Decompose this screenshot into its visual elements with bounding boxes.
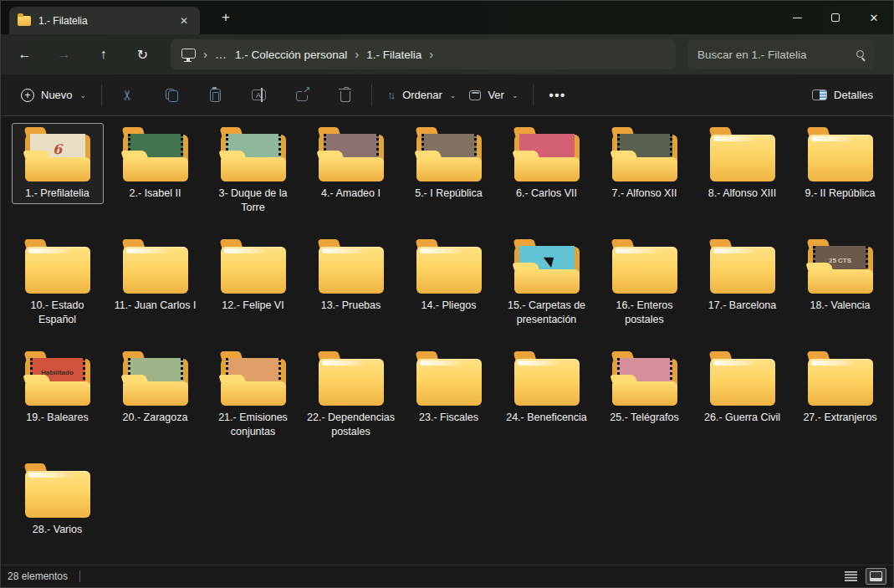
share-button[interactable] <box>291 84 313 106</box>
folder-item[interactable]: 25.- Telégrafos <box>599 347 691 428</box>
copy-button[interactable] <box>161 84 182 106</box>
minimize-button[interactable] <box>778 1 816 34</box>
command-toolbar: + Nuevo ⌄ ✂ A ↑↓ Ordenar ⌄ Ver ⌄ ••• <box>1 74 893 116</box>
search-box[interactable] <box>687 39 875 69</box>
folder-item[interactable]: 6.- Carlos VII <box>501 123 593 204</box>
breadcrumb[interactable]: › … 1.- Colección personal › 1.- Filatel… <box>171 39 676 69</box>
search-input[interactable] <box>697 49 856 61</box>
folder-item[interactable]: 9.- II República <box>794 123 886 204</box>
folder-item[interactable]: 6 1.- Prefilatelia <box>12 123 104 204</box>
breadcrumb-segment-filatelia[interactable]: 1.- Filatelia <box>366 49 421 61</box>
folder-item[interactable]: 25 CTS 18.- Valencia <box>794 235 886 316</box>
details-view-toggle[interactable] <box>840 568 861 585</box>
folder-item[interactable]: 24.- Beneficencia <box>501 347 593 428</box>
folder-label: 9.- II República <box>805 187 875 201</box>
folder-label: 19.- Baleares <box>26 411 88 425</box>
folder-item[interactable]: 4.- Amadeo I <box>305 123 397 204</box>
rename-icon: A <box>252 89 266 100</box>
folder-item[interactable]: 2.- Isabel II <box>110 123 202 204</box>
delete-button[interactable] <box>335 84 356 106</box>
breadcrumb-overflow-button[interactable]: … <box>215 48 227 61</box>
folder-label: 18.- Valencia <box>810 299 870 313</box>
new-tab-button[interactable]: + <box>217 9 235 26</box>
folder-item[interactable]: ◥ 15.- Carpetas de presentación <box>501 235 593 330</box>
this-pc-icon[interactable] <box>181 49 196 59</box>
folder-label: 13.- Pruebas <box>321 299 381 313</box>
folder-item[interactable]: Habilitado 19.- Baleares <box>12 347 104 428</box>
folder-label: 10.- Estado Español <box>13 299 102 326</box>
folder-item[interactable]: 20.- Zaragoza <box>110 347 202 428</box>
maximize-button[interactable] <box>816 1 855 34</box>
folder-item[interactable]: 23.- Fiscales <box>403 347 495 428</box>
up-button[interactable]: ↑ <box>89 41 117 69</box>
folder-icon <box>122 127 189 182</box>
items-count: 28 elementos <box>8 570 68 582</box>
tab-close-icon[interactable]: ✕ <box>176 13 192 28</box>
thumbnail-view-toggle[interactable] <box>866 568 886 585</box>
folder-icon <box>611 127 678 182</box>
share-icon <box>296 91 308 101</box>
folder-label: 4.- Amadeo I <box>321 187 381 201</box>
folder-icon <box>416 239 483 294</box>
rename-button[interactable]: A <box>248 84 269 106</box>
folder-item[interactable]: 28.- Varios <box>12 459 104 540</box>
folder-item[interactable]: 26.- Guerra Civil <box>697 347 789 428</box>
folder-icon <box>709 351 776 406</box>
paste-button[interactable] <box>204 84 226 106</box>
trash-icon <box>340 91 350 102</box>
explorer-tab[interactable]: 1.- Filatelia ✕ <box>9 7 200 34</box>
folder-icon <box>24 463 91 519</box>
folder-item[interactable]: 27.- Extranjeros <box>794 347 886 428</box>
folder-icon <box>24 239 91 294</box>
folder-label: 12.- Felipe VI <box>222 299 284 313</box>
folder-item[interactable]: 10.- Estado Español <box>12 235 104 330</box>
folder-label: 2.- Isabel II <box>130 187 181 201</box>
folder-item[interactable]: 11.- Juan Carlos I <box>110 235 202 316</box>
folder-item[interactable]: 3- Duque de la Torre <box>207 123 299 217</box>
forward-button[interactable]: → <box>50 41 78 69</box>
folder-icon <box>807 127 874 182</box>
details-pane-button[interactable]: Detalles <box>805 84 880 106</box>
folder-item[interactable]: 22.- Dependencias postales <box>305 347 397 442</box>
view-panel-icon <box>469 90 481 100</box>
view-button[interactable]: Ver ⌄ <box>462 84 524 106</box>
navigation-bar: ← → ↑ ↻ › … 1.- Colección personal › 1.-… <box>1 34 893 74</box>
new-button[interactable]: + Nuevo ⌄ <box>14 84 93 107</box>
paste-icon <box>210 89 221 102</box>
folder-label: 7.- Alfonso XII <box>612 187 677 201</box>
folder-icon: Habilitado <box>24 351 91 406</box>
folder-label: 6.- Carlos VII <box>516 187 577 201</box>
back-button[interactable]: ← <box>11 41 38 69</box>
sort-button[interactable]: ↑↓ Ordenar ⌄ <box>381 84 462 106</box>
sort-arrows-icon: ↑↓ <box>387 89 396 101</box>
folder-item[interactable]: 13.- Pruebas <box>305 235 397 316</box>
folder-item[interactable]: 5.- I República <box>403 123 495 204</box>
chevron-down-icon: ⌄ <box>512 91 519 100</box>
more-options-button[interactable]: ••• <box>542 83 572 107</box>
folder-item[interactable]: 21.- Emisiones conjuntas <box>207 347 299 442</box>
close-button[interactable]: ✕ <box>855 1 893 34</box>
folder-label: 27.- Extranjeros <box>803 411 876 425</box>
folder-label: 11.- Juan Carlos I <box>115 299 197 313</box>
folder-item[interactable]: 8.- Alfonso XIII <box>697 123 789 204</box>
folder-icon <box>416 127 483 182</box>
folder-label: 15.- Carpetas de presentación <box>503 299 591 326</box>
cut-button[interactable]: ✂ <box>117 84 139 106</box>
folder-item[interactable]: 17.- Barcelona <box>697 235 789 316</box>
folder-grid: 6 1.- Prefilatelia 2.- Isabel II 3- Duqu… <box>1 117 893 540</box>
folder-icon: ◥ <box>513 239 580 294</box>
view-button-label: Ver <box>488 89 504 101</box>
plus-circle-icon: + <box>21 89 34 102</box>
folder-item[interactable]: 12.- Felipe VI <box>207 235 299 316</box>
folder-item[interactable]: 16.- Enteros postales <box>599 235 691 330</box>
chevron-down-icon: ⌄ <box>80 91 87 100</box>
folder-item[interactable]: 7.- Alfonso XII <box>599 123 691 204</box>
folder-label: 5.- I República <box>415 187 483 201</box>
folder-label: 21.- Emisiones conjuntas <box>209 411 298 438</box>
status-divider <box>79 570 80 582</box>
folder-item[interactable]: 14.- Pliegos <box>403 235 495 316</box>
breadcrumb-segment-coleccion[interactable]: 1.- Colección personal <box>235 49 347 61</box>
refresh-button[interactable]: ↻ <box>129 41 156 69</box>
folder-icon <box>416 351 483 406</box>
folder-icon: 25 CTS <box>807 239 874 294</box>
